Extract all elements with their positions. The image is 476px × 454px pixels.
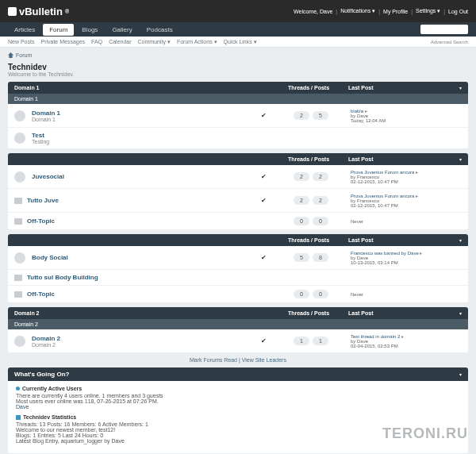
forum-desc: Domain 1 [32, 117, 255, 122]
tab-articles[interactable]: Articles [8, 24, 41, 36]
stats-heading: Technidev Statistics [23, 414, 76, 420]
collapse-icon[interactable]: ▾ [459, 85, 462, 90]
forum-desc: Domain 2 [32, 342, 255, 348]
forum-icon [14, 110, 25, 121]
post-count: 2 [313, 196, 328, 205]
thread-count: 5 [294, 253, 309, 262]
forum-row: Tutto sul Body Building [8, 270, 468, 286]
block-title[interactable]: Domain 2 [14, 310, 269, 316]
main-tabs: ArticlesForumBlogsGalleryPodcasts [8, 24, 179, 36]
post-count: 0 [313, 217, 328, 225]
forum-icon [14, 252, 25, 264]
subforum-icon [14, 275, 22, 281]
post-count: 8 [313, 253, 328, 262]
collapse-icon[interactable]: ▾ [459, 310, 462, 316]
forum-title[interactable]: Tutto sul Body Building [27, 274, 255, 281]
breadcrumb[interactable]: Forum [8, 52, 468, 58]
mark-read-link[interactable]: Mark Forums Read [190, 357, 237, 363]
last-post: Prova Juventus Forum ancora ▸by Francesc… [351, 193, 462, 208]
page-subtitle: Welcome to the Technidev. [8, 71, 468, 77]
last-post: blabla ▸by DaveToday, 12:04 AM [351, 108, 462, 123]
tab-podcasts[interactable]: Podcasts [140, 24, 179, 36]
tab-gallery[interactable]: Gallery [106, 24, 138, 36]
home-icon [8, 52, 13, 58]
forum-title[interactable]: Domain 2 [32, 335, 255, 342]
notifications-link[interactable]: Notifications ▾ [340, 8, 375, 14]
goto-icon[interactable]: ▸ [416, 170, 418, 175]
active-users-count: There are currently 4 users online. 1 me… [16, 393, 460, 398]
active-users-record: Most users ever online was 118, 07-26-20… [16, 398, 460, 404]
block-subheader[interactable]: Domain 2 [8, 319, 468, 329]
block-subheader[interactable]: Domain 1 [8, 94, 468, 104]
stats-line-1: Threads: 13 Posts: 16 Members: 6 Active … [16, 421, 460, 427]
advanced-search-link[interactable]: Advanced Search [431, 40, 468, 44]
collapse-icon[interactable]: ▾ [459, 371, 462, 377]
search-input[interactable] [420, 25, 468, 34]
check-icon: ✔ [255, 197, 271, 204]
subnav-item[interactable]: New Posts [8, 39, 34, 44]
forum-block: Threads / PostsLast Post▾Juvesocial✔22Pr… [8, 153, 468, 229]
tab-blogs[interactable]: Blogs [75, 24, 104, 36]
welcome-text: Welcome, Dave [294, 9, 332, 14]
thread-count: 0 [294, 217, 309, 225]
settings-link[interactable]: Settings ▾ [416, 8, 440, 14]
thread-count: 1 [294, 337, 309, 345]
site-leaders-link[interactable]: View Site Leaders [242, 357, 286, 363]
tab-forum[interactable]: Forum [43, 24, 74, 36]
wgo-title: What's Going On? [14, 371, 459, 378]
forum-row: Domain 1Domain 1✔25blabla ▸by DaveToday,… [8, 104, 468, 128]
logout-link[interactable]: Log Out [448, 9, 468, 14]
forum-row: Domain 2Domain 2✔11Test thread in domain… [8, 329, 468, 352]
forum-title[interactable]: Off-Topic [27, 290, 255, 298]
thread-count: 2 [294, 196, 309, 205]
forum-row: TestTesting [8, 128, 468, 148]
stats-line-3: Blogs: 1 Entries: 5 Last 24 Hours: 0 [16, 433, 460, 438]
goto-icon[interactable]: ▸ [416, 194, 418, 198]
forum-block: Threads / PostsLast Post▾Body Social✔58F… [8, 234, 468, 302]
subnav-item[interactable]: Private Messages [40, 39, 85, 44]
active-user-name[interactable]: Dave [16, 404, 460, 410]
forum-title[interactable]: Tutto Juve [27, 197, 255, 204]
stats-line-2: Welcome to our newest member, test12! [16, 427, 460, 433]
post-count: 0 [313, 290, 328, 298]
active-users-heading: Currently Active Users [22, 386, 82, 391]
collapse-icon[interactable]: ▾ [459, 237, 462, 243]
goto-icon[interactable]: ▸ [420, 251, 422, 256]
whats-going-on: What's Going On?▾ Currently Active Users… [8, 367, 468, 453]
forum-row: Tutto Juve✔22Prova Juventus Forum ancora… [8, 189, 468, 213]
forum-row: Off-Topic00Never [8, 213, 468, 229]
forum-title[interactable]: Test [32, 132, 255, 139]
profile-link[interactable]: My Profile [383, 9, 408, 14]
subnav-item[interactable]: Quick Links ▾ [224, 39, 257, 45]
forum-row: Off-Topic00Never [8, 286, 468, 302]
forum-title[interactable]: Off-Topic [27, 217, 255, 225]
forum-block: Domain 1Threads / PostsLast Post▾Domain … [8, 82, 468, 148]
forum-icon [14, 171, 25, 183]
thread-count: 2 [294, 172, 309, 181]
forum-title[interactable]: Domain 1 [32, 110, 255, 117]
menu-bar: ArticlesForumBlogsGalleryPodcasts [0, 22, 476, 37]
check-icon: ✔ [255, 173, 271, 180]
last-post: Never [351, 292, 462, 297]
forum-title[interactable]: Juvesocial [32, 173, 255, 180]
logo[interactable]: vBulletin® [8, 6, 69, 17]
subnav-item[interactable]: Calendar [109, 39, 131, 44]
stats-line-4: Latest Blog Entry, aquarium_logger by Da… [16, 438, 460, 444]
subnav-item[interactable]: FAQ [91, 39, 102, 44]
goto-icon[interactable]: ▸ [365, 109, 367, 114]
last-post: Test thread in domain 2 ▸by Dave02-04-20… [351, 333, 462, 348]
collapse-icon[interactable]: ▾ [459, 156, 462, 162]
forum-title[interactable]: Body Social [32, 254, 255, 261]
block-title[interactable]: Domain 1 [14, 85, 269, 90]
users-icon [16, 387, 20, 391]
forum-desc: Testing [32, 139, 255, 144]
subnav-item[interactable]: Forum Actions ▾ [177, 39, 217, 45]
sub-nav: New PostsPrivate MessagesFAQCalendarComm… [0, 37, 476, 48]
subnav-item[interactable]: Community ▾ [138, 39, 171, 45]
forum-row: Body Social✔58Francesco was banned by Da… [8, 246, 468, 270]
top-bar: vBulletin® Welcome, Dave| Notifications … [0, 0, 476, 22]
last-post: Prova Juventus Forum ancora ▸by Francesc… [351, 169, 462, 184]
goto-icon[interactable]: ▸ [401, 334, 404, 339]
stats-icon [16, 415, 21, 420]
subforum-icon [14, 198, 22, 204]
